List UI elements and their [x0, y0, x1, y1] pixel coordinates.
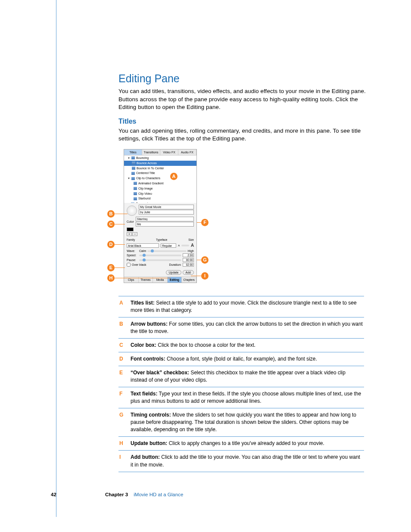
title-item-clip-to-characters[interactable]: Clip to Characters: [136, 176, 160, 180]
callout-term: Arrow buttons:: [131, 321, 168, 327]
over-black-label: Over black: [132, 263, 146, 266]
pause-slider[interactable]: [139, 259, 181, 261]
update-button[interactable]: Update: [166, 270, 182, 275]
callout-lead-g: [197, 260, 202, 260]
title-icon: [134, 187, 137, 190]
callout-desc: Type your text in these fields. If the s…: [131, 391, 361, 404]
font-typeface-select[interactable]: Regular: [161, 243, 176, 248]
callout-badge-c: C: [107, 221, 115, 228]
add-line-button[interactable]: +: [127, 232, 132, 236]
callout-desc: Click the box to choose a color for the …: [158, 342, 255, 348]
title-icon: [134, 182, 137, 185]
callout-badge-d: D: [107, 241, 115, 248]
wave-high-label: High: [188, 249, 194, 252]
title-item-bounce-in-to-center[interactable]: Bounce In To Center: [137, 166, 164, 171]
callout-badge-a: A: [170, 173, 177, 180]
callout-badge-b: B: [107, 210, 115, 218]
callout-row-b: B Arrow buttons: For some titles, you ca…: [118, 317, 364, 339]
callout-letter: C: [119, 342, 125, 349]
title-icon: [131, 172, 135, 175]
pause-label: Pause:: [127, 258, 138, 261]
font-size-slider[interactable]: [181, 245, 189, 246]
section-heading: Editing Pane: [118, 72, 366, 85]
title-text-line4[interactable]: [136, 222, 194, 227]
callout-badge-g: G: [201, 256, 209, 264]
callout-lead-f: [197, 222, 202, 223]
title-icon: [134, 197, 137, 200]
callout-lead-d: [115, 244, 125, 245]
callout-letter: G: [119, 411, 125, 433]
callout-letter: F: [119, 390, 125, 405]
pause-value: 00:00: [183, 258, 194, 262]
titles-pane-figure: Titles Transitions Video FX Audio FX ▼Bo…: [111, 149, 214, 283]
callout-badge-h: H: [107, 274, 115, 282]
title-item-clip-image[interactable]: Clip Image: [138, 187, 153, 191]
speed-value: 2:00: [183, 253, 194, 257]
callout-desc: Click to add the title to your movie. Yo…: [131, 454, 360, 467]
color-label: Color: [127, 220, 134, 223]
color-box[interactable]: [127, 227, 134, 231]
direction-arrows[interactable]: [127, 205, 137, 216]
title-item-starburst[interactable]: Starburst: [138, 196, 150, 201]
font-family-label: Family: [127, 238, 135, 241]
title-item-animated-gradient[interactable]: Animated Gradient: [138, 181, 163, 186]
tab-audiofx[interactable]: Audio FX: [178, 149, 196, 155]
subsection-paragraph: You can add opening titles, rolling comm…: [118, 127, 366, 143]
title-icon: [134, 192, 137, 195]
callout-row-a: A Titles list: Select a title style to a…: [118, 296, 364, 317]
callout-letter: I: [119, 454, 125, 468]
callout-row-g: G Timing controls: Move the sliders to s…: [118, 408, 364, 437]
size-large-icon: A: [191, 243, 194, 248]
title-icon: [132, 162, 135, 165]
callout-badge-i: I: [201, 272, 209, 280]
font-family-select[interactable]: Arial Black: [127, 243, 159, 248]
editing-pane-screenshot: Titles Transitions Video FX Audio FX ▼Bo…: [124, 149, 197, 283]
title-icon: [131, 156, 135, 159]
title-text-line3[interactable]: [136, 217, 194, 221]
title-item-centered-title[interactable]: Centered Title: [136, 171, 155, 175]
title-icon: [132, 167, 135, 170]
callout-term: Update button:: [131, 440, 167, 446]
page-footer: 42 Chapter 3 iMovie HD at a Glance: [51, 492, 365, 497]
tab-transitions[interactable]: Transitions: [142, 149, 160, 155]
callout-letter: E: [119, 369, 125, 384]
callout-letter: D: [119, 355, 125, 363]
title-item-bouncing[interactable]: Bouncing: [136, 156, 149, 160]
font-typeface-label: Typeface: [156, 238, 167, 241]
page-content: Editing Pane You can add titles, transit…: [56, 0, 366, 472]
page-number: 42: [51, 492, 56, 497]
titles-list[interactable]: ▼Bouncing Bounce Across Bounce In To Cen…: [124, 156, 196, 203]
callout-term: Add button:: [131, 454, 160, 460]
callout-row-h: H Update button: Click to apply changes …: [118, 437, 364, 451]
callout-badge-f: F: [201, 219, 209, 226]
callout-lead-i: [191, 276, 202, 276]
callout-term: Timing controls:: [131, 412, 171, 418]
callout-lead-h: [115, 278, 171, 278]
title-item-clip-video[interactable]: Clip Video: [138, 192, 152, 196]
tab-videofx[interactable]: Video FX: [160, 149, 178, 155]
callout-desc: Select a title style to add to your movi…: [131, 300, 357, 313]
callout-lead-c: [115, 224, 125, 224]
remove-line-button[interactable]: −: [132, 232, 137, 236]
duration-label: Duration:: [169, 263, 181, 266]
wave-low-label: Calm: [139, 249, 146, 252]
title-item-converging[interactable]: Converging: [136, 202, 151, 203]
title-text-line1[interactable]: [139, 205, 194, 209]
callout-table: A Titles list: Select a title style to a…: [118, 296, 364, 472]
callout-lead-b: [115, 214, 128, 214]
tab-titles[interactable]: Titles: [124, 149, 142, 155]
callout-term: Text fields:: [131, 391, 157, 397]
title-item-bounce-across[interactable]: Bounce Across: [137, 161, 157, 165]
add-button[interactable]: Add: [183, 270, 194, 275]
callout-desc: Choose a font, style (bold or italic, fo…: [167, 356, 317, 362]
over-black-checkbox[interactable]: [127, 263, 131, 267]
callout-term: “Over black” checkbox:: [131, 370, 189, 376]
duration-value: 02:00: [183, 263, 194, 267]
title-text-line2[interactable]: [139, 210, 194, 215]
speed-slider[interactable]: [139, 255, 181, 256]
callout-term: Titles list:: [131, 300, 155, 306]
callout-row-f: F Text fields: Type your text in these f…: [118, 387, 364, 408]
wave-slider[interactable]: [147, 250, 186, 252]
tab-chapters[interactable]: Chapters: [182, 277, 196, 283]
callout-letter: A: [119, 299, 125, 314]
